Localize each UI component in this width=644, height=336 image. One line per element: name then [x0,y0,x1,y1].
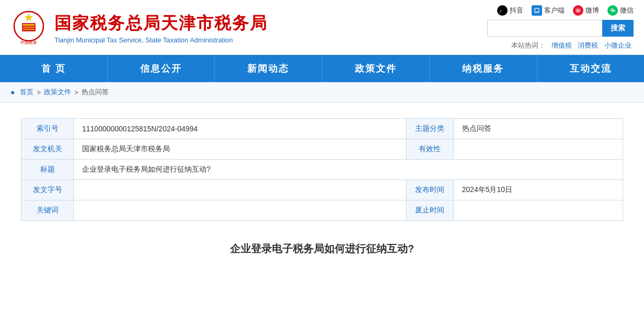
label-index: 索引号 [21,119,74,139]
article-title: 企业登录电子税务局如何进行征纳互动? [21,237,623,266]
nav-info[interactable]: 信息公开 [108,55,215,82]
table-row-index: 索引号 11100000000125815N/2024-04994 主题分类 热… [21,119,623,139]
search-bar: 搜索 [487,20,634,37]
search-button[interactable]: 搜索 [602,20,634,37]
breadcrumb-sep-1: > [37,88,41,96]
svg-rect-4 [23,27,34,28]
value-index: 11100000000125815N/2024-04994 [74,119,407,139]
nav-interaction[interactable]: 互动交流 [537,55,645,82]
main-nav: 首 页 信息公开 新闻动态 政策文件 纳税服务 互动交流 [0,55,644,82]
main-content: 索引号 11100000000125815N/2024-04994 主题分类 热… [0,103,644,282]
value-issuer: 国家税务总局天津市税务局 [74,139,407,160]
svg-rect-9 [535,9,538,12]
page-header: 中国税务 国家税务总局天津市税务局 Tianjin Municipal Tax … [0,0,644,55]
logo-emblem: 中国税务 [10,9,47,46]
wechat-label: 微信 [620,6,634,15]
nav-policy[interactable]: 政策文件 [323,55,430,82]
client-icon [532,5,542,16]
table-row-keyword: 关键词 废止时间 [21,200,623,221]
social-links: ♪ 抖音 客户端 W 微博 [497,5,634,16]
wechat-icon [607,5,618,16]
svg-rect-3 [23,24,34,26]
label-expire: 废止时间 [406,200,453,221]
logo-text: 国家税务总局天津市税务局 Tianjin Municipal Tax Servi… [54,12,268,44]
table-row-title: 标题 企业登录电子税务局如何进行征纳互动? [21,160,623,180]
nav-news[interactable]: 新闻动态 [215,55,323,82]
search-input[interactable] [487,20,602,37]
hot-keywords: 本站热词： 增值税 消费税 小微企业 [511,41,634,50]
table-row-docnum: 发文字号 发布时间 2024年5月10日 [21,180,623,200]
site-title: 国家税务总局天津市税务局 [54,12,268,35]
breadcrumb-icon: ● [10,88,15,96]
svg-text:♪: ♪ [499,8,502,14]
svg-rect-5 [23,29,34,30]
label-title: 标题 [21,160,74,180]
value-validity [453,139,623,160]
label-docnum: 发文字号 [21,180,74,200]
value-keyword [74,200,407,221]
hot-link-0[interactable]: 增值税 [551,41,572,49]
label-issuer: 发文机关 [21,139,74,160]
douyin-label: 抖音 [510,6,523,15]
douyin-icon: ♪ [497,5,508,16]
weibo-icon: W [573,5,583,16]
value-title: 企业登录电子税务局如何进行征纳互动? [74,160,623,180]
breadcrumb-sep-2: > [74,88,78,96]
value-docnum [74,180,407,200]
label-topic: 主题分类 [406,119,453,139]
breadcrumb-policy[interactable]: 政策文件 [44,87,71,97]
breadcrumb-home[interactable]: 首页 [20,87,33,97]
logo-area: 中国税务 国家税务总局天津市税务局 Tianjin Municipal Tax … [10,9,268,46]
label-keyword: 关键词 [21,200,74,221]
weibo-label: 微博 [585,6,599,15]
nav-home[interactable]: 首 页 [0,55,108,82]
nav-tax-service[interactable]: 纳税服务 [430,55,537,82]
value-pubdate: 2024年5月10日 [453,180,623,200]
hot-link-2[interactable]: 小微企业 [604,41,631,49]
client-label: 客户端 [544,6,565,15]
header-right: ♪ 抖音 客户端 W 微博 [487,5,634,50]
svg-point-13 [612,10,616,13]
breadcrumb-current: 热点问答 [82,87,109,97]
svg-text:中国税务: 中国税务 [20,40,37,45]
svg-text:W: W [576,8,580,13]
value-topic: 热点问答 [453,119,623,139]
social-douyin[interactable]: ♪ 抖音 [497,5,523,16]
document-info-table: 索引号 11100000000125815N/2024-04994 主题分类 热… [21,118,623,221]
svg-marker-1 [25,13,33,21]
table-row-issuer: 发文机关 国家税务总局天津市税务局 有效性 [21,139,623,160]
social-client[interactable]: 客户端 [532,5,565,16]
breadcrumb: ● 首页 > 政策文件 > 热点问答 [0,82,644,103]
hot-label: 本站热词： [511,41,545,49]
social-weibo[interactable]: W 微博 [573,5,599,16]
label-validity: 有效性 [406,139,453,160]
social-wechat[interactable]: 微信 [607,5,634,16]
value-expire [453,200,623,221]
hot-link-1[interactable]: 消费税 [578,41,598,49]
label-pubdate: 发布时间 [406,180,453,200]
site-subtitle: Tianjin Municipal Tax Service, State Tax… [54,36,268,44]
